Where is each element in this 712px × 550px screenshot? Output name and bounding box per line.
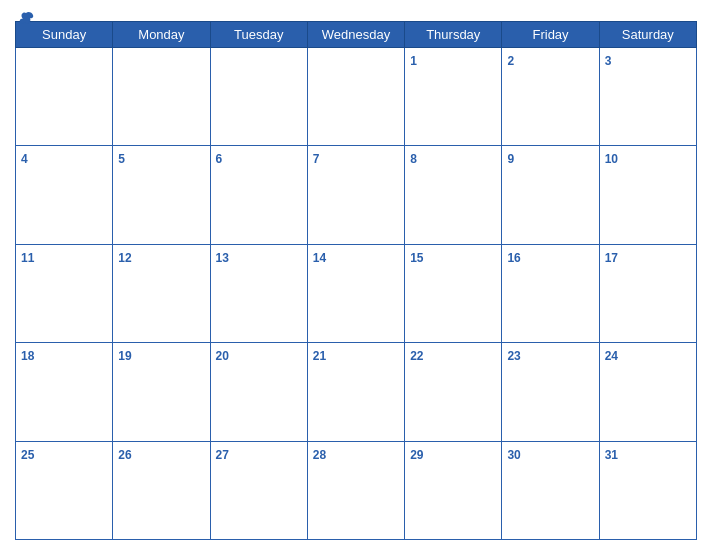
calendar-cell: 14 <box>307 244 404 342</box>
calendar-cell: 21 <box>307 343 404 441</box>
calendar-cell: 6 <box>210 146 307 244</box>
calendar-table: SundayMondayTuesdayWednesdayThursdayFrid… <box>15 21 697 540</box>
calendar-cell: 30 <box>502 441 599 539</box>
calendar-cell: 10 <box>599 146 696 244</box>
calendar-cell: 19 <box>113 343 210 441</box>
day-number: 18 <box>21 349 34 363</box>
week-row-1: 123 <box>16 48 697 146</box>
day-number: 20 <box>216 349 229 363</box>
logo-bird-icon <box>17 10 35 28</box>
day-number: 7 <box>313 152 320 166</box>
calendar-cell: 25 <box>16 441 113 539</box>
week-row-4: 18192021222324 <box>16 343 697 441</box>
day-number: 22 <box>410 349 423 363</box>
week-row-5: 25262728293031 <box>16 441 697 539</box>
calendar-cell: 12 <box>113 244 210 342</box>
calendar-cell: 18 <box>16 343 113 441</box>
day-number: 23 <box>507 349 520 363</box>
day-number: 3 <box>605 54 612 68</box>
calendar-cell <box>307 48 404 146</box>
calendar-cell: 29 <box>405 441 502 539</box>
day-number: 4 <box>21 152 28 166</box>
day-number: 10 <box>605 152 618 166</box>
weekday-header-saturday: Saturday <box>599 22 696 48</box>
day-number: 30 <box>507 448 520 462</box>
calendar-cell: 11 <box>16 244 113 342</box>
day-number: 11 <box>21 251 34 265</box>
weekday-header-tuesday: Tuesday <box>210 22 307 48</box>
day-number: 1 <box>410 54 417 68</box>
day-number: 2 <box>507 54 514 68</box>
day-number: 26 <box>118 448 131 462</box>
weekday-header-wednesday: Wednesday <box>307 22 404 48</box>
calendar-cell: 31 <box>599 441 696 539</box>
day-number: 12 <box>118 251 131 265</box>
calendar-cell: 17 <box>599 244 696 342</box>
week-row-3: 11121314151617 <box>16 244 697 342</box>
calendar-cell: 13 <box>210 244 307 342</box>
calendar-cell: 1 <box>405 48 502 146</box>
logo <box>15 10 35 28</box>
day-number: 9 <box>507 152 514 166</box>
day-number: 19 <box>118 349 131 363</box>
day-number: 14 <box>313 251 326 265</box>
calendar-cell: 3 <box>599 48 696 146</box>
calendar-header <box>15 10 697 15</box>
calendar-cell: 20 <box>210 343 307 441</box>
day-number: 27 <box>216 448 229 462</box>
day-number: 5 <box>118 152 125 166</box>
calendar-cell: 28 <box>307 441 404 539</box>
week-row-2: 45678910 <box>16 146 697 244</box>
calendar-cell: 27 <box>210 441 307 539</box>
calendar-cell: 22 <box>405 343 502 441</box>
day-number: 8 <box>410 152 417 166</box>
weekday-header-friday: Friday <box>502 22 599 48</box>
weekday-header-thursday: Thursday <box>405 22 502 48</box>
day-number: 31 <box>605 448 618 462</box>
day-number: 28 <box>313 448 326 462</box>
calendar-cell: 2 <box>502 48 599 146</box>
day-number: 13 <box>216 251 229 265</box>
weekday-header-monday: Monday <box>113 22 210 48</box>
weekday-header-row: SundayMondayTuesdayWednesdayThursdayFrid… <box>16 22 697 48</box>
calendar-cell: 9 <box>502 146 599 244</box>
calendar-cell: 8 <box>405 146 502 244</box>
calendar-cell: 7 <box>307 146 404 244</box>
calendar-cell: 4 <box>16 146 113 244</box>
day-number: 21 <box>313 349 326 363</box>
day-number: 15 <box>410 251 423 265</box>
calendar-cell: 24 <box>599 343 696 441</box>
calendar-cell <box>113 48 210 146</box>
day-number: 24 <box>605 349 618 363</box>
day-number: 6 <box>216 152 223 166</box>
calendar-cell <box>210 48 307 146</box>
calendar-cell: 23 <box>502 343 599 441</box>
day-number: 17 <box>605 251 618 265</box>
day-number: 29 <box>410 448 423 462</box>
calendar-cell: 5 <box>113 146 210 244</box>
day-number: 25 <box>21 448 34 462</box>
calendar-cell <box>16 48 113 146</box>
calendar-cell: 16 <box>502 244 599 342</box>
day-number: 16 <box>507 251 520 265</box>
calendar-cell: 26 <box>113 441 210 539</box>
calendar-cell: 15 <box>405 244 502 342</box>
